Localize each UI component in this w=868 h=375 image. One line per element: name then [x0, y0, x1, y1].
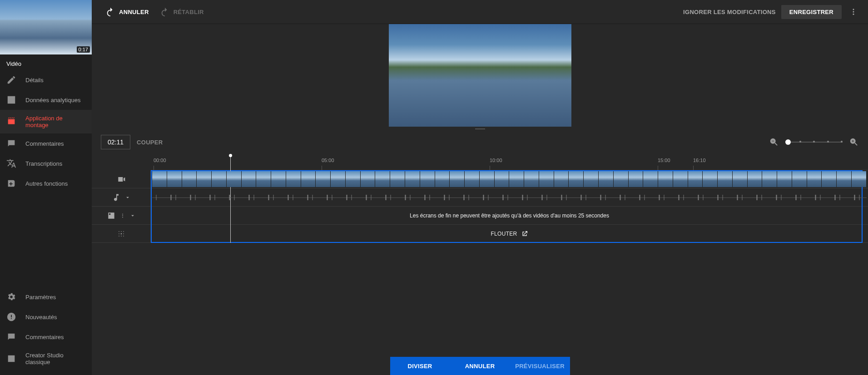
sidebar-item-other[interactable]: Autres fonctions	[0, 173, 92, 193]
sidebar-item-label: Commentaires	[25, 140, 64, 147]
blur-label: FLOUTER	[491, 231, 517, 237]
film-clap-icon	[6, 117, 16, 127]
audio-track	[92, 188, 868, 207]
redo-label: RÉTABLIR	[174, 9, 204, 15]
sidebar-item-news[interactable]: Nouveautés	[0, 307, 92, 327]
tools-row: 02:11 COUPER	[92, 131, 868, 153]
time-input[interactable]: 02:11	[101, 135, 130, 149]
sidebar-item-feedback[interactable]: Commentaires	[0, 327, 92, 347]
undo-icon	[105, 7, 115, 17]
cancel-button[interactable]: ANNULER	[450, 357, 510, 375]
preview-button[interactable]: PRÉVISUALISER	[510, 357, 570, 375]
svg-point-10	[120, 233, 122, 234]
svg-point-6	[119, 231, 119, 232]
redo-icon	[160, 7, 170, 17]
zoom-slider[interactable]	[785, 142, 843, 143]
preview-area	[92, 24, 868, 127]
endscreen-track: Les écrans de fin ne peuvent être ajouté…	[92, 207, 868, 225]
split-button[interactable]: DIVISER	[390, 357, 450, 375]
zoom-in-icon[interactable]	[849, 137, 859, 147]
ruler-tick: 16:10	[693, 158, 706, 163]
sidebar-item-classic[interactable]: Creator Studio classique	[0, 347, 92, 370]
sidebar-item-label: Détails	[25, 77, 44, 84]
save-button[interactable]: ENREGISTRER	[781, 5, 842, 19]
svg-point-7	[121, 231, 122, 232]
track-rows: Les écrans de fin ne peuvent être ajouté…	[92, 170, 868, 243]
sidebar-item-transcriptions[interactable]: Transcriptions	[0, 153, 92, 173]
sidebar-item-analytics[interactable]: Données analytiques	[0, 90, 92, 110]
bar-chart-icon	[6, 95, 16, 105]
sidebar-item-details[interactable]: Détails	[0, 70, 92, 90]
svg-point-2	[853, 14, 854, 15]
sidebar-title: Vidéo	[0, 54, 92, 70]
music-note-icon	[112, 193, 121, 202]
ruler-tick: 10:00	[490, 158, 502, 163]
zoom-control	[769, 137, 859, 147]
svg-point-13	[121, 236, 122, 237]
svg-point-11	[123, 233, 124, 234]
blur-track-body[interactable]: FLOUTER	[151, 225, 868, 242]
sidebar-item-editor[interactable]: Application de montage	[0, 110, 92, 133]
svg-point-12	[119, 236, 119, 237]
undo-button[interactable]: ANNULER	[100, 3, 154, 20]
sidebar-item-label: Application de montage	[25, 115, 85, 128]
swap-icon	[6, 354, 16, 364]
svg-point-3	[122, 213, 123, 214]
svg-point-0	[853, 9, 854, 10]
open-external-icon	[521, 230, 528, 237]
sidebar-item-label: Nouveautés	[25, 314, 57, 321]
thumbnail-duration: 0:17	[77, 46, 90, 53]
main: ANNULER RÉTABLIR IGNORER LES MODIFICATIO…	[92, 0, 868, 375]
sidebar-item-label: Creator Studio classique	[25, 352, 85, 365]
blur-track: FLOUTER	[92, 225, 868, 243]
preview-video[interactable]	[389, 24, 571, 127]
translate-icon	[6, 158, 16, 168]
topbar: ANNULER RÉTABLIR IGNORER LES MODIFICATIO…	[92, 0, 868, 24]
sidebar-item-label: Transcriptions	[25, 160, 62, 167]
undo-label: ANNULER	[119, 9, 149, 15]
ruler-tick: 05:00	[322, 158, 334, 163]
redo-button[interactable]: RÉTABLIR	[154, 3, 209, 20]
timeline-ruler[interactable]: 00:00 05:00 10:00 15:00 16:10	[151, 153, 868, 170]
more-menu-button[interactable]	[847, 5, 860, 18]
svg-point-9	[119, 233, 119, 234]
sidebar-item-label: Autres fonctions	[25, 180, 68, 187]
discard-button[interactable]: IGNORER LES MODIFICATIONS	[683, 9, 776, 15]
blur-button[interactable]: FLOUTER	[491, 230, 528, 237]
zoom-out-icon[interactable]	[769, 137, 779, 147]
action-bar: DIVISER ANNULER PRÉVISUALISER	[92, 357, 868, 375]
speech-icon	[6, 332, 16, 342]
cut-button[interactable]: COUPER	[137, 139, 163, 146]
dots-vertical-icon[interactable]	[119, 212, 126, 219]
resize-handle[interactable]	[92, 127, 868, 131]
endscreen-message: Les écrans de fin ne peuvent être ajouté…	[410, 212, 609, 219]
sidebar-item-label: Commentaires	[25, 334, 64, 340]
add-circle-icon	[6, 178, 16, 188]
ruler-tick: 00:00	[154, 158, 166, 163]
dots-vertical-icon	[849, 8, 858, 16]
blur-icon	[117, 229, 126, 238]
audio-track-body[interactable]	[151, 188, 868, 206]
sidebar-item-settings[interactable]: Paramètres	[0, 287, 92, 307]
sidebar: 0:17 Vidéo Détails Données analytiques A…	[0, 0, 92, 375]
chevron-down-icon[interactable]	[129, 212, 136, 219]
svg-point-5	[122, 217, 123, 217]
svg-point-1	[853, 11, 854, 13]
alert-icon	[6, 312, 16, 322]
gear-icon	[6, 292, 16, 302]
svg-point-8	[123, 231, 124, 232]
endscreen-icon	[107, 211, 116, 220]
svg-point-14	[123, 236, 124, 237]
pencil-icon	[6, 75, 16, 85]
svg-point-4	[122, 215, 123, 216]
comment-icon	[6, 138, 16, 148]
video-thumbnail[interactable]: 0:17	[0, 0, 92, 54]
chevron-down-icon[interactable]	[124, 194, 131, 201]
video-icon	[117, 175, 126, 184]
timeline: 00:00 05:00 10:00 15:00 16:10	[92, 153, 868, 375]
endscreen-track-body: Les écrans de fin ne peuvent être ajouté…	[151, 207, 868, 224]
sidebar-item-label: Données analytiques	[25, 97, 80, 104]
sidebar-item-comments[interactable]: Commentaires	[0, 133, 92, 153]
video-track	[92, 170, 868, 188]
video-track-body[interactable]	[151, 170, 868, 188]
